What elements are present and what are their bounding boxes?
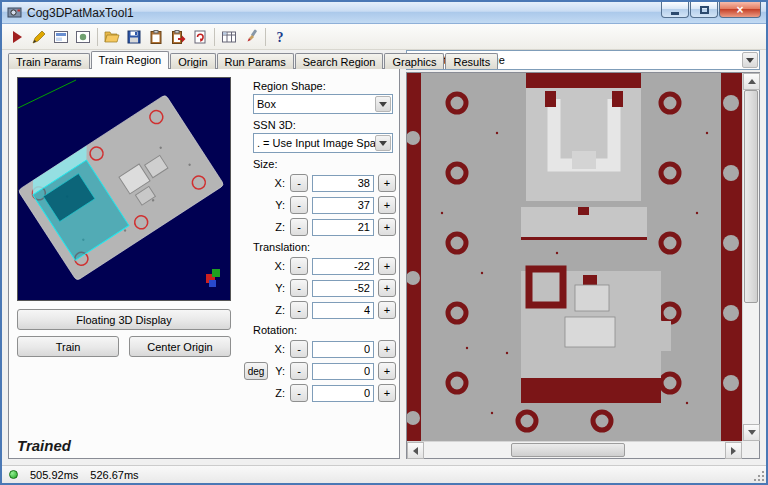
scroll-down-button[interactable] xyxy=(743,424,760,441)
open-folder-icon xyxy=(104,29,120,45)
ssn-3d-dropdown[interactable]: . = Use Input Image Space xyxy=(253,133,393,153)
translation-x-row: X: - + xyxy=(243,257,397,275)
axis-y-label: Y: xyxy=(271,199,285,211)
rotation-z-input[interactable] xyxy=(312,385,374,402)
axis-y-label: Y: xyxy=(271,282,285,294)
copy-button[interactable] xyxy=(145,26,167,48)
vertical-scrollbar[interactable] xyxy=(742,73,759,441)
show-result-display-button[interactable] xyxy=(50,26,72,48)
translation-z-input[interactable] xyxy=(312,302,374,319)
scroll-right-button[interactable] xyxy=(725,442,742,459)
rotation-z-decrement-button[interactable]: - xyxy=(290,384,308,402)
reset-icon xyxy=(192,29,208,45)
size-z-decrement-button[interactable]: - xyxy=(290,218,308,236)
size-y-input[interactable] xyxy=(312,197,374,214)
tab-graphics[interactable]: Graphics xyxy=(384,53,444,69)
size-x-input[interactable] xyxy=(312,175,374,192)
tab-run-params[interactable]: Run Params xyxy=(217,53,294,69)
toolbar: ? xyxy=(2,24,766,50)
translation-x-increment-button[interactable]: + xyxy=(378,257,396,275)
toolbar-separator xyxy=(214,28,215,46)
electric-run-button[interactable] xyxy=(28,26,50,48)
expression-button[interactable] xyxy=(218,26,240,48)
tab-train-region[interactable]: Train Region xyxy=(91,51,170,69)
size-z-increment-button[interactable]: + xyxy=(378,218,396,236)
app-icon xyxy=(7,5,22,20)
rotation-x-input[interactable] xyxy=(312,341,374,358)
paste-button[interactable] xyxy=(167,26,189,48)
tab-search-region[interactable]: Search Region xyxy=(295,53,384,69)
center-origin-button[interactable]: Center Origin xyxy=(129,336,231,357)
region-form: Region Shape: Box SSN 3D: . = Use Input … xyxy=(243,75,397,402)
translation-z-increment-button[interactable]: + xyxy=(378,301,396,319)
caption-buttons: × xyxy=(660,2,761,23)
result-display-icon xyxy=(53,29,69,45)
paint-button[interactable] xyxy=(240,26,262,48)
region-shape-value: Box xyxy=(257,98,276,110)
close-button[interactable]: × xyxy=(719,2,761,18)
scroll-up-button[interactable] xyxy=(743,73,760,90)
translation-y-increment-button[interactable]: + xyxy=(378,279,396,297)
tab-results[interactable]: Results xyxy=(445,53,498,69)
rotation-z-row: Z: - + xyxy=(243,384,397,402)
rotation-x-increment-button[interactable]: + xyxy=(378,340,396,358)
run-time-value: 505.92ms xyxy=(30,469,78,481)
size-y-decrement-button[interactable]: - xyxy=(290,196,308,214)
title-bar[interactable]: Cog3DPatMaxTool1 × xyxy=(2,2,766,24)
tab-train-params[interactable]: Train Params xyxy=(8,53,90,69)
size-z-input[interactable] xyxy=(312,219,374,236)
app-window: Cog3DPatMaxTool1 × xyxy=(0,0,768,485)
translation-z-decrement-button[interactable]: - xyxy=(290,301,308,319)
rotation-y-input[interactable] xyxy=(312,363,374,380)
train-button[interactable]: Train xyxy=(17,336,119,357)
input-image-display[interactable] xyxy=(406,72,760,459)
rotation-y-decrement-button[interactable]: - xyxy=(290,362,308,380)
axis-x-label: X: xyxy=(271,260,285,272)
status-bar: 505.92ms 526.67ms xyxy=(2,465,766,483)
display-3d-scene xyxy=(18,78,230,300)
rotation-z-increment-button[interactable]: + xyxy=(378,384,396,402)
paste-icon xyxy=(170,29,186,45)
paint-brush-icon xyxy=(243,29,259,45)
scroll-left-button[interactable] xyxy=(407,442,424,459)
axis-x-label: X: xyxy=(271,177,285,189)
minimize-icon xyxy=(671,12,679,15)
minimize-button[interactable] xyxy=(661,2,689,18)
floating-3d-display-button[interactable]: Floating 3D Display xyxy=(17,309,231,330)
size-x-decrement-button[interactable]: - xyxy=(290,174,308,192)
rotation-x-row: X: - + xyxy=(243,340,397,358)
resize-grip[interactable] xyxy=(754,471,764,481)
horizontal-scrollbar[interactable] xyxy=(407,441,742,458)
save-icon xyxy=(126,29,142,45)
translation-y-decrement-button[interactable]: - xyxy=(290,279,308,297)
input-image-view xyxy=(407,73,742,443)
translation-y-input[interactable] xyxy=(312,280,374,297)
show-image-display-button[interactable] xyxy=(72,26,94,48)
axis-x-label: X: xyxy=(271,343,285,355)
region-shape-dropdown[interactable]: Box xyxy=(253,94,393,114)
vertical-scroll-thumb[interactable] xyxy=(744,90,758,303)
size-x-increment-button[interactable]: + xyxy=(378,174,396,192)
rotation-x-decrement-button[interactable]: - xyxy=(290,340,308,358)
translation-x-decrement-button[interactable]: - xyxy=(290,257,308,275)
reset-button[interactable] xyxy=(189,26,211,48)
rotation-y-increment-button[interactable]: + xyxy=(378,362,396,380)
help-icon: ? xyxy=(272,29,288,45)
translation-x-input[interactable] xyxy=(312,258,374,275)
tab-origin[interactable]: Origin xyxy=(170,53,215,69)
save-button[interactable] xyxy=(123,26,145,48)
size-y-increment-button[interactable]: + xyxy=(378,196,396,214)
chevron-down-icon xyxy=(375,135,391,151)
svg-text:?: ? xyxy=(277,30,284,45)
ssn-3d-value: . = Use Input Image Space xyxy=(257,137,388,149)
maximize-button[interactable] xyxy=(690,2,718,18)
deg-button[interactable]: deg xyxy=(244,362,268,380)
rotation-y-row: deg Y: - + xyxy=(243,362,397,380)
horizontal-scroll-thumb[interactable] xyxy=(511,443,625,457)
train-region-3d-view[interactable] xyxy=(17,77,231,301)
chevron-down-icon xyxy=(375,96,391,112)
run-button[interactable] xyxy=(6,26,28,48)
axis-y-label: Y: xyxy=(271,365,285,377)
help-button[interactable]: ? xyxy=(269,26,291,48)
open-file-button[interactable] xyxy=(101,26,123,48)
